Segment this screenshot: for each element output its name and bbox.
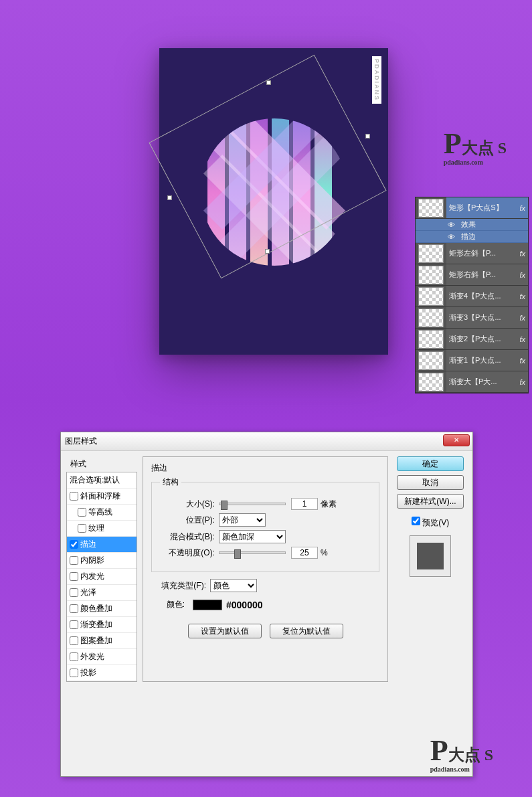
size-label: 大小(S): [160,499,215,510]
style-checkbox[interactable] [70,588,78,597]
style-item-pattern-overlay[interactable]: 图案叠加 [67,633,137,649]
style-checkbox[interactable] [70,669,78,677]
poster-tag: PDADIANS [372,56,381,104]
visibility-eye-icon[interactable]: 👁 [448,233,457,241]
layer-stroke-row[interactable]: 👁描边 [416,231,528,243]
opacity-unit: % [321,548,328,557]
style-item-stroke[interactable]: 描边 [67,537,137,553]
new-style-button[interactable]: 新建样式(W)... [397,494,464,509]
transform-handle[interactable] [167,195,172,200]
layer-row[interactable]: 渐变4【P大点...fx [416,286,528,307]
layer-thumb [418,199,444,217]
style-checkbox[interactable] [70,572,78,581]
watermark: P大点 S pdadians.com [444,130,507,166]
dialog-buttons: 确定 取消 新建样式(W)... 预览(V) [393,456,467,682]
preview-checkbox[interactable] [412,517,420,525]
size-input[interactable] [291,498,318,510]
style-checkbox[interactable] [70,556,78,565]
ok-button[interactable]: 确定 [397,456,464,471]
style-checkbox[interactable] [70,604,78,613]
reset-default-button[interactable]: 复位为默认值 [270,624,343,638]
layer-row[interactable]: 矩形右斜【P...fx [416,264,528,286]
size-unit: 像素 [321,499,337,510]
layer-row[interactable]: 渐变3【P大点...fx [416,307,528,329]
opacity-label: 不透明度(O): [160,547,215,559]
visibility-eye-icon[interactable]: 👁 [448,221,457,229]
preview-box [410,535,451,577]
filltype-label: 填充类型(F): [151,580,206,592]
preview-toggle[interactable]: 预览(V) [412,517,449,529]
cancel-button[interactable]: 取消 [397,475,464,490]
panel-title: 描边 [151,462,379,474]
style-checkbox[interactable] [70,492,78,501]
canvas-area: PDADIANS P大点 S pdadians.com 矩形【P大点S】 fx … [0,0,532,415]
size-slider[interactable] [219,503,286,505]
transform-handle[interactable] [365,134,370,139]
layers-panel[interactable]: 矩形【P大点S】 fx 👁效果 👁描边 矩形左斜【P...fx 矩形右斜【P..… [415,197,529,393]
layer-name: 矩形【P大点S】 [446,197,528,218]
position-label: 位置(P): [160,515,215,526]
transform-handle[interactable] [266,80,271,85]
style-item-bevel[interactable]: 斜面和浮雕 [67,489,137,505]
layer-effects-row[interactable]: 👁效果 [416,219,528,231]
style-item-blend[interactable]: 混合选项:默认 [67,472,137,489]
color-label: 颜色: [151,599,185,610]
style-item-texture[interactable]: 纹理 [67,521,137,537]
style-item-drop-shadow[interactable]: 投影 [67,665,137,681]
style-item-gradient-overlay[interactable]: 渐变叠加 [67,617,137,633]
layer-row[interactable]: 渐变大【P大...fx [416,371,528,393]
style-checkbox[interactable] [70,636,78,645]
layer-row[interactable]: 矩形左斜【P...fx [416,243,528,264]
color-hex: #000000 [226,600,263,610]
stroke-settings: 描边 结构 大小(S): 像素 位置(P): 外部 混合模式(B): 颜色加深 [143,456,388,682]
transform-box[interactable] [149,55,386,279]
structure-group: 结构 大小(S): 像素 位置(P): 外部 混合模式(B): 颜色加深 不透明… [151,476,379,572]
layer-style-dialog: 图层样式 ✕ 样式 混合选项:默认 斜面和浮雕 等高线 纹理 描边 内阴影 内发… [60,432,473,777]
color-swatch[interactable] [193,600,222,610]
style-checkbox[interactable] [78,524,86,533]
preview-swatch [417,543,444,569]
style-checkbox[interactable] [78,508,86,517]
transform-handle[interactable] [265,249,270,254]
poster: PDADIANS [159,48,388,355]
position-select[interactable]: 外部 [219,513,266,527]
style-item-color-overlay[interactable]: 颜色叠加 [67,601,137,617]
layer-row[interactable]: 渐变1【P大点...fx [416,350,528,371]
layer-row-active[interactable]: 矩形【P大点S】 fx [416,197,528,219]
watermark: P大点 S pdadians.com [430,737,493,773]
style-checkbox[interactable] [70,540,78,549]
style-item-inner-glow[interactable]: 内发光 [67,569,137,585]
opacity-slider[interactable] [219,551,286,554]
close-button[interactable]: ✕ [443,434,470,446]
style-checkbox[interactable] [70,652,78,661]
styles-header: 样式 [66,456,137,472]
group-legend: 结构 [160,476,181,488]
dialog-titlebar[interactable]: 图层样式 ✕ [61,432,472,451]
blend-label: 混合模式(B): [160,531,215,543]
style-checkbox[interactable] [70,620,78,629]
blend-select[interactable]: 颜色加深 [219,530,286,543]
fx-badge[interactable]: fx [519,204,525,212]
dialog-title: 图层样式 [65,436,97,447]
styles-list: 混合选项:默认 斜面和浮雕 等高线 纹理 描边 内阴影 内发光 光泽 颜色叠加 … [66,472,137,682]
layer-row[interactable]: 渐变2【P大点...fx [416,329,528,350]
opacity-input[interactable] [291,547,318,559]
style-item-satin[interactable]: 光泽 [67,585,137,601]
style-item-contour[interactable]: 等高线 [67,505,137,521]
filltype-select[interactable]: 颜色 [210,579,257,592]
style-item-outer-glow[interactable]: 外发光 [67,649,137,665]
set-default-button[interactable]: 设置为默认值 [188,624,262,638]
styles-column: 样式 混合选项:默认 斜面和浮雕 等高线 纹理 描边 内阴影 内发光 光泽 颜色… [66,456,137,682]
style-item-inner-shadow[interactable]: 内阴影 [67,553,137,569]
